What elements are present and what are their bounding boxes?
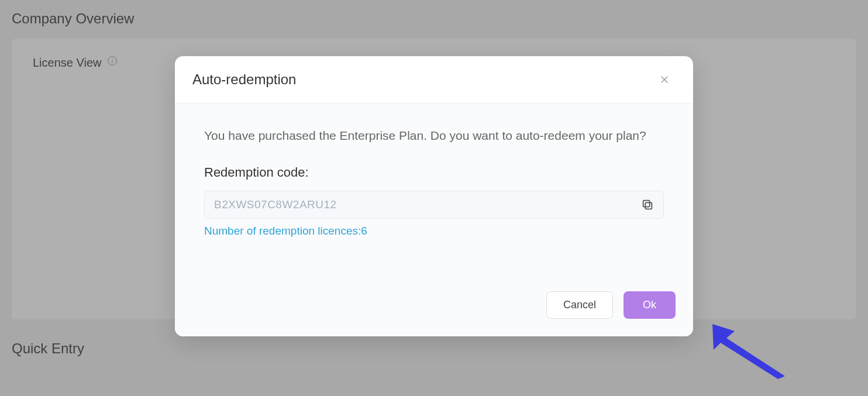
svg-rect-3 xyxy=(643,200,650,206)
cancel-button[interactable]: Cancel xyxy=(546,291,613,319)
redemption-code-label: Redemption code: xyxy=(204,165,664,180)
modal-prompt: You have purchased the Enterprise Plan. … xyxy=(204,126,664,146)
modal-overlay: Auto-redemption You have purchased the E… xyxy=(0,0,868,396)
redemption-code-value: B2XWS07C8W2ARU12 xyxy=(214,198,337,211)
svg-rect-2 xyxy=(645,202,652,209)
redemption-code-box: B2XWS07C8W2ARU12 xyxy=(204,191,664,219)
modal-title: Auto-redemption xyxy=(192,71,296,88)
close-icon[interactable] xyxy=(659,74,670,85)
licences-count-link[interactable]: Number of redemption licences:6 xyxy=(204,225,664,237)
modal-header: Auto-redemption xyxy=(175,56,693,104)
modal-body: You have purchased the Enterprise Plan. … xyxy=(175,104,693,256)
auto-redemption-modal: Auto-redemption You have purchased the E… xyxy=(175,56,693,336)
copy-icon[interactable] xyxy=(641,198,654,211)
ok-button[interactable]: Ok xyxy=(624,291,676,319)
modal-footer: Cancel Ok xyxy=(175,256,693,336)
